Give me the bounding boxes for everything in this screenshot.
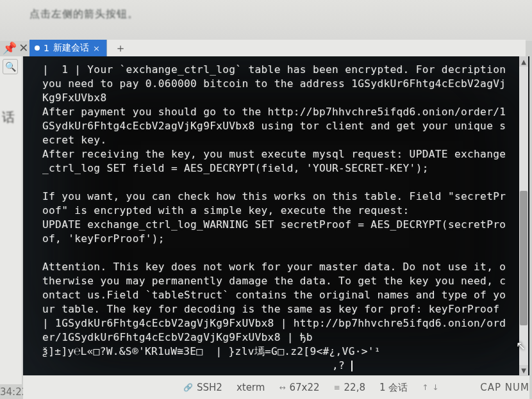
search-icon[interactable]: 🔍	[3, 59, 18, 74]
status-updown: ↑ ↓	[422, 383, 438, 392]
status-pos-text: 22,8	[344, 382, 365, 393]
row-icon: ≡	[334, 383, 340, 392]
status-bar: 🔗 SSH2 xterm ↔ 67x22 ≡ 22,8 1 会话 ↑ ↓ CAP…	[23, 376, 529, 399]
terminal-output[interactable]: | 1 | Your `exchange_ctrl_log` table has…	[42, 63, 510, 373]
tab-index: 1	[44, 43, 49, 53]
terminal-panel: | 1 | Your `exchange_ctrl_log` table has…	[23, 56, 529, 375]
link-icon: 🔗	[183, 383, 193, 392]
status-pos: ≡ 22,8	[334, 382, 365, 393]
resize-icon: ↔	[279, 383, 285, 392]
status-size-text: 67x22	[289, 382, 319, 393]
arrow-up-icon: ↑	[422, 383, 428, 392]
status-size: ↔ 67x22	[279, 382, 319, 393]
status-proto-text: SSH2	[197, 382, 222, 393]
left-gutter-char: 话	[2, 109, 17, 126]
status-term-type: xterm	[237, 382, 265, 393]
scrollbar-thumb[interactable]	[520, 191, 528, 325]
tab-bar: 1 新建会话 × ＋	[29, 40, 526, 56]
tab-session-1[interactable]: 1 新建会话 ×	[29, 40, 107, 56]
tab-close-icon[interactable]: ×	[93, 44, 100, 53]
new-tab-button[interactable]: ＋	[107, 40, 135, 56]
status-caps: CAP NUM	[480, 382, 529, 393]
scrollbar-up-icon[interactable]: ▲	[519, 56, 528, 67]
status-proto: 🔗 SSH2	[183, 382, 222, 393]
tab-label: 新建会话	[53, 42, 89, 54]
scrollbar-track[interactable]: ▲ ▼	[519, 56, 528, 375]
terminal-caret	[351, 361, 353, 371]
arrow-down-icon: ↓	[432, 383, 438, 392]
left-gutter: 🔍 话	[0, 56, 22, 384]
pin-icon[interactable]: 📌	[3, 41, 17, 54]
status-sessions: 1 会话	[379, 382, 408, 394]
mouse-cursor-icon: ↖	[516, 339, 526, 352]
scrollbar-down-icon[interactable]: ▼	[519, 365, 528, 375]
close-icon[interactable]: ✕	[19, 41, 28, 54]
tab-status-icon	[35, 45, 40, 51]
pin-toolbar: 📌 ✕	[1, 38, 29, 56]
background-text: 点击左侧的箭头按钮。	[29, 8, 138, 21]
